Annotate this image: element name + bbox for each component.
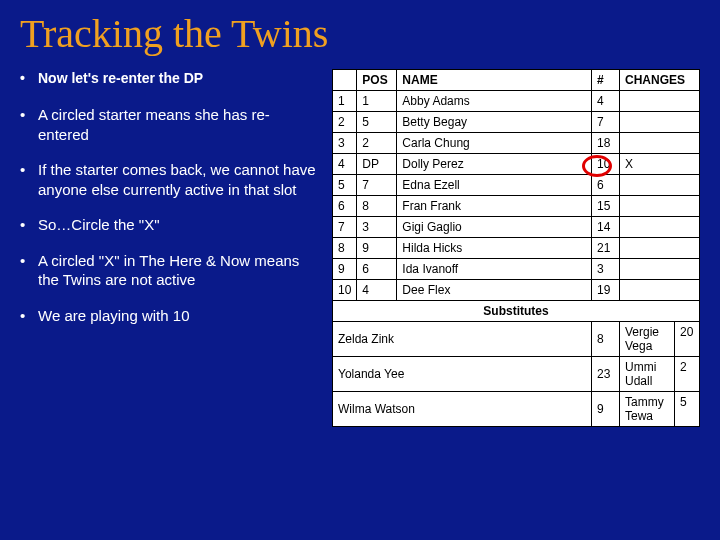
- table-row: 89Hilda Hicks21: [333, 238, 700, 259]
- bullet-item: If the starter comes back, we cannot hav…: [20, 160, 320, 199]
- bullet-item: A circled "X" in The Here & Now means th…: [20, 251, 320, 290]
- cell: 7: [357, 175, 397, 196]
- cell: 9: [357, 238, 397, 259]
- cell: Abby Adams: [397, 91, 592, 112]
- cell: Ummi Udall2: [620, 357, 700, 392]
- col-pos: POS: [357, 70, 397, 91]
- cell: 9: [333, 259, 357, 280]
- cell: 7: [592, 112, 620, 133]
- cell: [620, 259, 700, 280]
- cell: X: [620, 154, 700, 175]
- col-blank: [333, 70, 357, 91]
- cell: 21: [592, 238, 620, 259]
- cell: Wilma Watson: [333, 392, 592, 427]
- cell: 6: [592, 175, 620, 196]
- sub-num: 20: [675, 322, 699, 356]
- cell: 7: [333, 217, 357, 238]
- sub-name: Vergie Vega: [620, 322, 675, 356]
- slide: Tracking the Twins Now let's re-enter th…: [0, 0, 720, 540]
- content-area: Now let's re-enter the DP A circled star…: [20, 69, 700, 427]
- cell: [620, 280, 700, 301]
- table-row: 73Gigi Gaglio14: [333, 217, 700, 238]
- cell: Dee Flex: [397, 280, 592, 301]
- table-row: 4DPDolly Perez10X: [333, 154, 700, 175]
- subs-header-row: Substitutes: [333, 301, 700, 322]
- cell: [620, 91, 700, 112]
- cell: 8: [592, 322, 620, 357]
- cell: Carla Chung: [397, 133, 592, 154]
- cell: Edna Ezell: [397, 175, 592, 196]
- sub-name: Ummi Udall: [620, 357, 675, 391]
- table-row: 32Carla Chung18: [333, 133, 700, 154]
- cell: Zelda Zink: [333, 322, 592, 357]
- table-row: 96Ida Ivanoff3: [333, 259, 700, 280]
- cell: 2: [333, 112, 357, 133]
- cell: 2: [357, 133, 397, 154]
- cell: 5: [333, 175, 357, 196]
- subs-header: Substitutes: [333, 301, 700, 322]
- cell: 10: [333, 280, 357, 301]
- col-name: NAME: [397, 70, 592, 91]
- table-header-row: POS NAME # CHANGES: [333, 70, 700, 91]
- cell: 3: [333, 133, 357, 154]
- cell: 14: [592, 217, 620, 238]
- table-row: 25Betty Begay7: [333, 112, 700, 133]
- cell: 6: [357, 259, 397, 280]
- sub-num: 5: [675, 392, 699, 426]
- cell: [620, 112, 700, 133]
- cell: Hilda Hicks: [397, 238, 592, 259]
- cell: 8: [357, 196, 397, 217]
- cell: 1: [333, 91, 357, 112]
- bullet-item: So…Circle the "X": [20, 215, 320, 235]
- bullet-item: We are playing with 10: [20, 306, 320, 326]
- bullet-list: Now let's re-enter the DP A circled star…: [20, 69, 320, 325]
- cell: Yolanda Yee: [333, 357, 592, 392]
- cell: [620, 175, 700, 196]
- cell: 15: [592, 196, 620, 217]
- sub-name: Tammy Tewa: [620, 392, 675, 426]
- col-changes: CHANGES: [620, 70, 700, 91]
- cell: 19: [592, 280, 620, 301]
- cell: Betty Begay: [397, 112, 592, 133]
- cell: 3: [592, 259, 620, 280]
- cell: Fran Frank: [397, 196, 592, 217]
- sub-num: 2: [675, 357, 699, 391]
- table-row: 11Abby Adams4: [333, 91, 700, 112]
- cell: [620, 133, 700, 154]
- cell: 3: [357, 217, 397, 238]
- cell: 6: [333, 196, 357, 217]
- cell: [620, 196, 700, 217]
- col-num: #: [592, 70, 620, 91]
- cell: 18: [592, 133, 620, 154]
- table-row: 68Fran Frank15: [333, 196, 700, 217]
- cell: [620, 238, 700, 259]
- cell: 5: [357, 112, 397, 133]
- bullet-item: A circled starter means she has re-enter…: [20, 105, 320, 144]
- cell: Ida Ivanoff: [397, 259, 592, 280]
- cell: 8: [333, 238, 357, 259]
- cell: 1: [357, 91, 397, 112]
- bullet-item: Now let's re-enter the DP: [20, 69, 320, 87]
- cell: 4: [333, 154, 357, 175]
- cell: DP: [357, 154, 397, 175]
- cell: 10: [592, 154, 620, 175]
- table-row: 104Dee Flex19: [333, 280, 700, 301]
- cell: Tammy Tewa5: [620, 392, 700, 427]
- cell: Vergie Vega20: [620, 322, 700, 357]
- roster-table: POS NAME # CHANGES 11Abby Adams4 25Betty…: [332, 69, 700, 427]
- cell: 9: [592, 392, 620, 427]
- cell: [620, 217, 700, 238]
- cell: 4: [592, 91, 620, 112]
- cell: Dolly Perez: [397, 154, 592, 175]
- cell: 4: [357, 280, 397, 301]
- subs-row: Wilma Watson9Tammy Tewa5: [333, 392, 700, 427]
- subs-row: Zelda Zink8Vergie Vega20: [333, 322, 700, 357]
- cell: Gigi Gaglio: [397, 217, 592, 238]
- slide-title: Tracking the Twins: [20, 10, 700, 57]
- cell: 23: [592, 357, 620, 392]
- table-row: 57Edna Ezell6: [333, 175, 700, 196]
- bullet-column: Now let's re-enter the DP A circled star…: [20, 69, 320, 427]
- table-column: POS NAME # CHANGES 11Abby Adams4 25Betty…: [332, 69, 700, 427]
- subs-row: Yolanda Yee23Ummi Udall2: [333, 357, 700, 392]
